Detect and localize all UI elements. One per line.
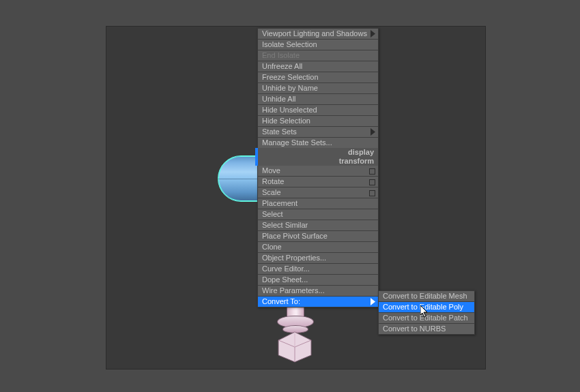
menu-item-label: Rotate — [262, 177, 284, 185]
submenu-arrow-icon — [371, 30, 375, 40]
menu-item-label: Placement — [262, 199, 298, 207]
menu-header-display: display — [258, 148, 378, 157]
menu-item-selsim[interactable]: Select Similar — [258, 220, 378, 231]
svg-rect-7 — [370, 180, 375, 185]
menu-item-label: Unhide by Name — [262, 84, 318, 92]
menu-item-hidesel[interactable]: Hide Selection — [258, 116, 378, 127]
menu-item-label: Convert To: — [262, 297, 300, 305]
menu-item-label: Convert to Editable Mesh — [383, 292, 467, 300]
menu-item-rotate[interactable]: Rotate — [258, 177, 378, 187]
svg-marker-5 — [371, 128, 375, 136]
settings-box-icon[interactable] — [369, 189, 375, 199]
context-menu: Viewport Lighting and ShadowsIsolate Sel… — [257, 28, 379, 307]
menu-item-emesh[interactable]: Convert to Editable Mesh — [379, 291, 474, 302]
menu-header-transform: transform — [258, 157, 378, 166]
menu-item-curve[interactable]: Curve Editor... — [258, 264, 378, 275]
menu-item-label: Clone — [262, 243, 282, 251]
submenu-arrow-icon — [371, 128, 375, 138]
menu-item-label: Hide Unselected — [262, 106, 317, 114]
submenu-arrow-icon — [371, 298, 375, 308]
menu-item-mgstate[interactable]: Manage State Sets... — [258, 138, 378, 148]
menu-item-label: Convert to Editable Patch — [383, 314, 468, 322]
menu-item-pivot[interactable]: Place Pivot Surface — [258, 231, 378, 242]
menu-item-label: Move — [262, 166, 280, 175]
menu-item-isolate[interactable]: Isolate Selection — [258, 40, 378, 50]
menu-item-label: End Isolate — [262, 51, 300, 59]
menu-item-label: Hide Selection — [262, 117, 310, 125]
menu-item-hideunsel[interactable]: Hide Unselected — [258, 105, 378, 116]
convert-submenu: Convert to Editable MeshConvert to Edita… — [378, 290, 475, 335]
menu-item-label: Object Properties... — [262, 254, 326, 262]
menu-item-convert[interactable]: Convert To: — [258, 297, 378, 307]
menu-item-move[interactable]: Move — [258, 166, 378, 177]
svg-rect-8 — [370, 191, 375, 196]
settings-box-icon[interactable] — [369, 178, 375, 188]
menu-item-label: Scale — [262, 188, 281, 196]
svg-marker-9 — [371, 298, 375, 305]
menu-item-label: Unhide All — [262, 95, 296, 103]
menu-item-label: Freeze Selection — [262, 73, 319, 81]
menu-item-label: Isolate Selection — [262, 40, 317, 48]
menu-item-label: Wire Parameters... — [262, 286, 325, 295]
menu-item-label: Unfreeze All — [262, 62, 302, 70]
menu-item-objprops[interactable]: Object Properties... — [258, 253, 378, 264]
menu-item-select[interactable]: Select — [258, 209, 378, 220]
menu-item-epoly[interactable]: Convert to Editable Poly — [379, 302, 474, 313]
svg-rect-6 — [370, 169, 375, 175]
menu-header-label: display — [348, 148, 374, 156]
menu-item-placement[interactable]: Placement — [258, 198, 378, 209]
menu-item-epatch[interactable]: Convert to Editable Patch — [379, 313, 474, 324]
menu-item-scale[interactable]: Scale — [258, 187, 378, 198]
menu-item-label: Viewport Lighting and Shadows — [262, 29, 367, 37]
menu-item-label: Curve Editor... — [262, 265, 310, 273]
menu-item-label: Select — [262, 210, 283, 218]
menu-item-label: Manage State Sets... — [262, 138, 332, 147]
menu-item-unfreeze[interactable]: Unfreeze All — [258, 61, 378, 72]
menu-item-label: Convert to NURBS — [383, 325, 446, 333]
menu-item-dope[interactable]: Dope Sheet... — [258, 275, 378, 286]
menu-item-unhidebn[interactable]: Unhide by Name — [258, 83, 378, 94]
menu-item-label: Select Similar — [262, 221, 308, 229]
settings-box-icon[interactable] — [369, 167, 375, 177]
svg-marker-4 — [371, 30, 375, 37]
menu-item-nurbs[interactable]: Convert to NURBS — [379, 324, 474, 334]
menu-item-freeze[interactable]: Freeze Selection — [258, 72, 378, 83]
hammer-pommel[interactable] — [276, 331, 314, 363]
menu-item-wire[interactable]: Wire Parameters... — [258, 286, 378, 297]
menu-item-label: Dope Sheet... — [262, 275, 308, 284]
menu-item-vpls[interactable]: Viewport Lighting and Shadows — [258, 29, 378, 40]
menu-item-statesets[interactable]: State Sets — [258, 127, 378, 138]
menu-item-unhideall[interactable]: Unhide All — [258, 94, 378, 105]
menu-item-label: Convert to Editable Poly — [383, 303, 463, 311]
menu-item-endiso: End Isolate — [258, 50, 378, 61]
menu-item-clone[interactable]: Clone — [258, 242, 378, 253]
menu-header-label: transform — [339, 157, 374, 165]
menu-item-label: Place Pivot Surface — [262, 232, 328, 240]
menu-item-label: State Sets — [262, 127, 297, 136]
